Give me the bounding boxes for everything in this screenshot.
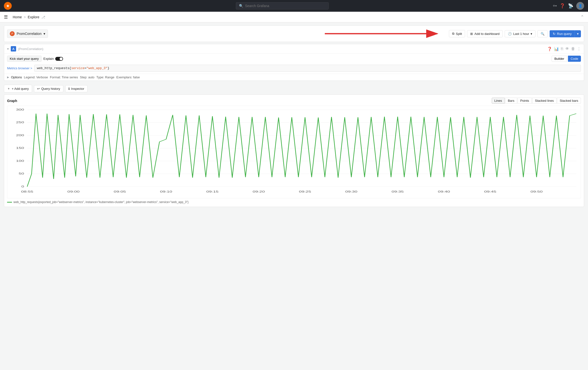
add-panel-button[interactable]: +▾ bbox=[553, 3, 557, 9]
annotation-arrow bbox=[325, 28, 447, 40]
svg-text:50: 50 bbox=[19, 172, 24, 175]
notification-button[interactable]: 📡 bbox=[568, 3, 573, 9]
breadcrumb-home[interactable]: Home bbox=[13, 15, 22, 19]
graph-section: Graph Lines Bars Points Stacked lines St… bbox=[4, 94, 584, 207]
chevron-down-icon: ▾ bbox=[531, 32, 532, 36]
svg-text:09:10: 09:10 bbox=[160, 190, 172, 193]
graph-type-bars[interactable]: Bars bbox=[505, 98, 517, 104]
grafana-logo[interactable] bbox=[4, 2, 12, 10]
chevron-down-icon: ▾ bbox=[44, 32, 45, 36]
query-metric-name: web_http_requests bbox=[37, 66, 69, 70]
graph-type-lines[interactable]: Lines bbox=[492, 98, 505, 104]
nav-center: 🔍 bbox=[12, 2, 553, 10]
metrics-browser-link[interactable]: Metrics browser > bbox=[7, 66, 32, 70]
query-label-area: ▾ A (PromCorrelation) bbox=[7, 46, 43, 51]
split-button[interactable]: ⧉ Split bbox=[449, 30, 465, 37]
graph-title: Graph bbox=[7, 99, 17, 103]
svg-text:08:55: 08:55 bbox=[21, 190, 33, 193]
svg-text:09:30: 09:30 bbox=[345, 190, 358, 193]
svg-text:150: 150 bbox=[16, 146, 24, 150]
nav-right: +▾ ❓ 📡 👤 bbox=[553, 2, 584, 10]
legend-color-swatch bbox=[7, 202, 12, 203]
legend-text: web_http_requests{exported_job="webserve… bbox=[13, 200, 188, 204]
type-option: Type: Range bbox=[96, 75, 114, 79]
svg-text:300: 300 bbox=[16, 108, 24, 111]
svg-text:09:05: 09:05 bbox=[114, 190, 126, 193]
exemplars-option: Exemplars: false bbox=[116, 75, 140, 79]
graph-type-points[interactable]: Points bbox=[518, 98, 532, 104]
builder-mode-button[interactable]: Builder bbox=[552, 56, 567, 62]
builder-code-toggle: Builder Code bbox=[552, 56, 581, 62]
graph-type-stacked-bars[interactable]: Stacked bars bbox=[557, 98, 581, 104]
graph-type-stacked-lines[interactable]: Stacked lines bbox=[532, 98, 556, 104]
search-icon: 🔍 bbox=[239, 4, 243, 8]
split-icon: ⧉ bbox=[452, 32, 454, 36]
options-expand-icon[interactable]: ▶ bbox=[7, 76, 9, 79]
query-header-actions: ❓ 📊 ⎘ 👁 🗑 ⋮ bbox=[547, 47, 581, 51]
query-help-icon[interactable]: ❓ bbox=[547, 47, 552, 51]
run-query-button[interactable]: ↻ Run query bbox=[550, 30, 575, 37]
svg-text:09:45: 09:45 bbox=[484, 190, 496, 193]
query-more-icon[interactable]: ⋮ bbox=[577, 47, 581, 51]
code-mode-button[interactable]: Code bbox=[568, 56, 581, 62]
query-section: ▾ A (PromCorrelation) ❓ 📊 ⎘ 👁 🗑 ⋮ Kick s… bbox=[4, 44, 584, 81]
query-toolbar: Kick start your query Explain Builder Co… bbox=[4, 54, 584, 64]
inspector-button[interactable]: ℹ Inspector bbox=[65, 85, 87, 92]
query-metrics-icon[interactable]: 📊 bbox=[554, 47, 559, 51]
svg-text:100: 100 bbox=[16, 159, 24, 162]
breadcrumb: Home > Explore bbox=[13, 15, 39, 19]
query-label-value: "web_app_3" bbox=[87, 66, 108, 70]
add-query-button[interactable]: ＋ + Add query bbox=[4, 85, 32, 92]
query-letter-badge: A bbox=[11, 46, 16, 51]
dashboard-icon: ⊞ bbox=[470, 32, 473, 36]
query-header: ▾ A (PromCorrelation) ❓ 📊 ⎘ 👁 🗑 ⋮ bbox=[4, 44, 584, 54]
explore-container: P PromCorrelation ▾ ⧉ Spli bbox=[0, 22, 588, 210]
svg-text:09:50: 09:50 bbox=[531, 190, 543, 193]
query-copy-icon[interactable]: ⎘ bbox=[561, 47, 563, 51]
help-button[interactable]: ❓ bbox=[560, 3, 565, 9]
datasource-icon: P bbox=[10, 31, 15, 36]
history-icon: ↩ bbox=[37, 87, 40, 91]
query-delete-icon[interactable]: 🗑 bbox=[571, 47, 575, 51]
options-label[interactable]: Options bbox=[11, 75, 22, 79]
explain-toggle: Explain bbox=[44, 57, 63, 61]
breadcrumb-sep: > bbox=[24, 15, 26, 19]
graph-header: Graph Lines Bars Points Stacked lines St… bbox=[7, 98, 581, 104]
add-to-dashboard-button[interactable]: ⊞ Add to dashboard bbox=[467, 30, 503, 37]
kick-start-button[interactable]: Kick start your query bbox=[7, 56, 42, 62]
svg-text:09:40: 09:40 bbox=[438, 190, 450, 193]
query-editor[interactable]: web_http_requests{service="web_app_3"} bbox=[34, 65, 581, 72]
zoom-out-button[interactable]: 🔍 bbox=[537, 30, 548, 37]
clock-icon: 🕐 bbox=[508, 32, 512, 36]
legend-option: Legend: Verbose bbox=[24, 75, 48, 79]
nav-left bbox=[4, 2, 12, 10]
svg-text:09:35: 09:35 bbox=[392, 190, 404, 193]
toolbar-right: ⧉ Split ⊞ Add to dashboard 🕐 Last 1 hour… bbox=[449, 30, 581, 37]
avatar[interactable]: 👤 bbox=[576, 2, 584, 10]
collapse-button[interactable]: ⌃ bbox=[580, 14, 584, 20]
time-range-button[interactable]: 🕐 Last 1 hour ▾ bbox=[505, 30, 535, 37]
datasource-selector[interactable]: P PromCorrelation ▾ bbox=[7, 30, 48, 38]
query-actions-bar: ＋ + Add query ↩ Query history ℹ Inspecto… bbox=[4, 83, 584, 94]
explain-label: Explain bbox=[44, 57, 54, 61]
run-query-dropdown-button[interactable]: ▾ bbox=[575, 30, 581, 37]
hamburger-menu[interactable]: ☰ bbox=[4, 14, 8, 20]
graph-legend: web_http_requests{exported_job="webserve… bbox=[7, 200, 581, 204]
graph-area: 300 250 200 150 100 50 0 bbox=[7, 106, 581, 198]
query-history-button[interactable]: ↩ Query history bbox=[34, 85, 63, 92]
collapse-query-icon[interactable]: ▾ bbox=[7, 47, 9, 51]
share-button[interactable]: ⎇ bbox=[41, 15, 45, 19]
svg-text:09:25: 09:25 bbox=[299, 190, 311, 193]
options-row: ▶ Options Legend: Verbose Format: Time s… bbox=[4, 74, 584, 81]
query-hide-icon[interactable]: 👁 bbox=[565, 47, 569, 51]
explain-toggle-switch[interactable] bbox=[55, 57, 63, 61]
svg-text:0: 0 bbox=[22, 185, 24, 188]
search-input[interactable] bbox=[245, 4, 326, 8]
graph-svg: 300 250 200 150 100 50 0 bbox=[7, 106, 581, 198]
query-datasource-label: (PromCorrelation) bbox=[18, 47, 43, 51]
global-search-bar[interactable]: 🔍 bbox=[236, 2, 329, 10]
refresh-icon: ↻ bbox=[553, 32, 555, 36]
top-nav: 🔍 +▾ ❓ 📡 👤 bbox=[0, 0, 588, 12]
breadcrumb-bar: ☰ Home > Explore ⎇ ⌃ bbox=[0, 12, 588, 22]
metrics-query-row: Metrics browser > web_http_requests{serv… bbox=[4, 64, 584, 74]
